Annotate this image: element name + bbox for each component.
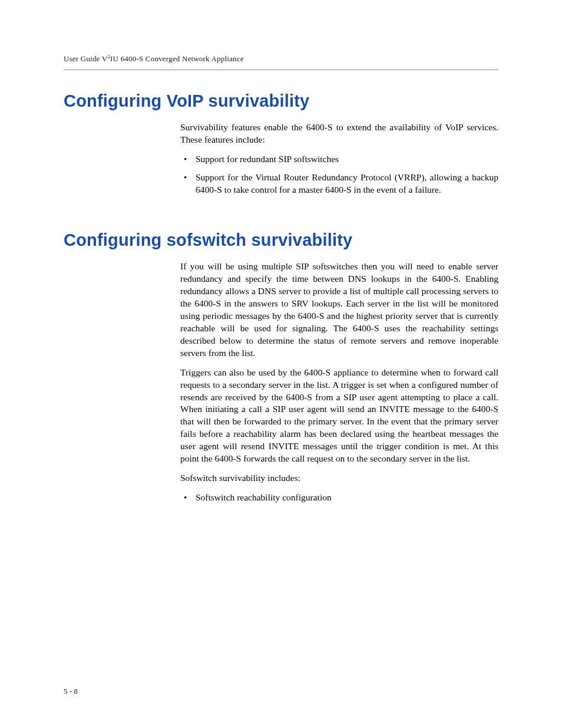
bullet-list: Support for redundant SIP softswitches S… <box>180 153 498 196</box>
document-page: User Guide V2IU 6400-S Converged Network… <box>0 0 562 728</box>
section-heading: Configuring VoIP survivability <box>64 91 498 111</box>
body-paragraph: Triggers can also be used by the 6400-S … <box>180 367 498 465</box>
content-area: Configuring VoIP survivability Survivabi… <box>64 70 498 504</box>
page-number: 5 - 8 <box>64 687 78 696</box>
body-paragraph: Sofswitch survivability includes: <box>180 472 498 485</box>
body-paragraph: Survivability features enable the 6400-S… <box>180 121 498 146</box>
section-body: Survivability features enable the 6400-S… <box>180 121 498 196</box>
header-suffix: IU 6400-S Converged Network Appliance <box>110 54 244 63</box>
section-heading: Configuring sofswitch survivability <box>64 230 498 250</box>
section-body: If you will be using multiple SIP softsw… <box>180 261 498 504</box>
header-prefix: User Guide V <box>64 54 107 63</box>
list-item: Support for redundant SIP softswitches <box>180 153 498 166</box>
list-item: Support for the Virtual Router Redundanc… <box>180 172 498 196</box>
running-header: User Guide V2IU 6400-S Converged Network… <box>64 54 498 70</box>
list-item: Softswitch reachability configuration <box>180 492 498 504</box>
section-gap <box>64 202 498 230</box>
body-paragraph: If you will be using multiple SIP softsw… <box>180 261 498 359</box>
bullet-list: Softswitch reachability configuration <box>180 492 498 504</box>
